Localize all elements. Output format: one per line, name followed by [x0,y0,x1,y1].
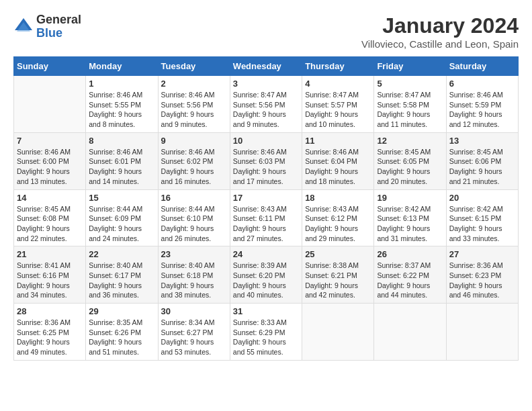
calendar-cell [14,76,86,133]
logo-icon [13,17,34,37]
calendar-week-row: 21Sunrise: 8:41 AMSunset: 6:16 PMDayligh… [14,246,519,304]
day-info: Sunrise: 8:40 AMSunset: 6:18 PMDaylight:… [161,261,227,300]
calendar-cell: 30Sunrise: 8:34 AMSunset: 6:27 PMDayligh… [158,304,230,361]
day-info: Sunrise: 8:45 AMSunset: 6:05 PMDaylight:… [377,147,443,187]
day-number: 19 [377,193,443,203]
calendar-cell: 24Sunrise: 8:39 AMSunset: 6:20 PMDayligh… [230,246,302,304]
day-number: 9 [161,136,227,146]
calendar-cell: 29Sunrise: 8:35 AMSunset: 6:26 PMDayligh… [86,304,158,361]
calendar-cell: 22Sunrise: 8:40 AMSunset: 6:17 PMDayligh… [86,246,158,304]
calendar-cell: 3Sunrise: 8:47 AMSunset: 5:56 PMDaylight… [230,76,302,133]
calendar-cell: 10Sunrise: 8:46 AMSunset: 6:03 PMDayligh… [230,132,302,189]
location-title: Villovieco, Castille and Leon, Spain [361,38,519,50]
calendar-cell: 25Sunrise: 8:38 AMSunset: 6:21 PMDayligh… [302,246,374,304]
logo-blue-text: Blue [36,27,81,40]
day-of-week-header: Sunday [14,57,86,76]
calendar-cell: 8Sunrise: 8:46 AMSunset: 6:01 PMDaylight… [86,132,158,189]
day-info: Sunrise: 8:33 AMSunset: 6:29 PMDaylight:… [233,318,299,357]
day-number: 18 [305,193,371,203]
calendar-cell [374,304,446,361]
day-info: Sunrise: 8:46 AMSunset: 5:56 PMDaylight:… [161,90,227,130]
calendar-cell: 5Sunrise: 8:47 AMSunset: 5:58 PMDaylight… [374,76,446,133]
day-number: 12 [377,136,443,146]
day-number: 16 [161,193,227,203]
calendar-cell [446,304,518,361]
day-of-week-header: Monday [86,57,158,76]
calendar-cell: 1Sunrise: 8:46 AMSunset: 5:55 PMDaylight… [86,76,158,133]
day-info: Sunrise: 8:42 AMSunset: 6:13 PMDaylight:… [377,204,443,244]
day-number: 22 [89,249,154,259]
calendar-cell [302,304,374,361]
day-of-week-header: Tuesday [158,57,230,76]
day-info: Sunrise: 8:36 AMSunset: 6:25 PMDaylight:… [17,318,83,357]
calendar-cell: 21Sunrise: 8:41 AMSunset: 6:16 PMDayligh… [14,246,86,304]
calendar-cell: 6Sunrise: 8:46 AMSunset: 5:59 PMDaylight… [446,76,518,133]
day-of-week-header: Friday [374,57,446,76]
calendar-cell: 20Sunrise: 8:42 AMSunset: 6:15 PMDayligh… [446,189,518,246]
logo-general-text: General [36,13,81,27]
calendar-body: 1Sunrise: 8:46 AMSunset: 5:55 PMDaylight… [14,76,519,361]
days-of-week-row: SundayMondayTuesdayWednesdayThursdayFrid… [14,57,519,76]
calendar-cell: 11Sunrise: 8:46 AMSunset: 6:04 PMDayligh… [302,132,374,189]
day-number: 3 [233,79,299,89]
month-title: January 2024 [361,13,519,38]
day-info: Sunrise: 8:42 AMSunset: 6:15 PMDaylight:… [449,204,515,244]
calendar-cell: 12Sunrise: 8:45 AMSunset: 6:05 PMDayligh… [374,132,446,189]
day-info: Sunrise: 8:44 AMSunset: 6:09 PMDaylight:… [89,204,154,244]
day-number: 10 [233,136,299,146]
calendar-week-row: 14Sunrise: 8:45 AMSunset: 6:08 PMDayligh… [14,189,519,246]
day-number: 17 [233,193,299,203]
calendar-cell: 16Sunrise: 8:44 AMSunset: 6:10 PMDayligh… [158,189,230,246]
calendar-cell: 23Sunrise: 8:40 AMSunset: 6:18 PMDayligh… [158,246,230,304]
day-number: 20 [449,193,515,203]
day-number: 6 [449,79,515,89]
calendar-cell: 15Sunrise: 8:44 AMSunset: 6:09 PMDayligh… [86,189,158,246]
day-info: Sunrise: 8:47 AMSunset: 5:56 PMDaylight:… [233,90,299,130]
day-info: Sunrise: 8:47 AMSunset: 5:58 PMDaylight:… [377,90,443,130]
day-info: Sunrise: 8:38 AMSunset: 6:21 PMDaylight:… [305,261,371,300]
day-number: 8 [89,136,154,146]
day-info: Sunrise: 8:43 AMSunset: 6:12 PMDaylight:… [305,204,371,244]
day-number: 24 [233,249,299,259]
day-number: 27 [449,249,515,259]
calendar-cell: 27Sunrise: 8:36 AMSunset: 6:23 PMDayligh… [446,246,518,304]
day-number: 11 [305,136,371,146]
day-info: Sunrise: 8:46 AMSunset: 6:04 PMDaylight:… [305,147,371,187]
calendar-cell: 14Sunrise: 8:45 AMSunset: 6:08 PMDayligh… [14,189,86,246]
day-of-week-header: Thursday [302,57,374,76]
calendar-cell: 7Sunrise: 8:46 AMSunset: 6:00 PMDaylight… [14,132,86,189]
calendar-week-row: 1Sunrise: 8:46 AMSunset: 5:55 PMDaylight… [14,76,519,133]
day-number: 4 [305,79,371,89]
title-block: January 2024 Villovieco, Castille and Le… [361,13,519,50]
calendar-cell: 19Sunrise: 8:42 AMSunset: 6:13 PMDayligh… [374,189,446,246]
page-header: General Blue January 2024 Villovieco, Ca… [13,13,519,50]
day-info: Sunrise: 8:46 AMSunset: 6:01 PMDaylight:… [89,147,154,187]
day-info: Sunrise: 8:46 AMSunset: 6:03 PMDaylight:… [233,147,299,187]
calendar-cell: 4Sunrise: 8:47 AMSunset: 5:57 PMDaylight… [302,76,374,133]
day-number: 2 [161,79,227,89]
day-info: Sunrise: 8:45 AMSunset: 6:08 PMDaylight:… [17,204,83,244]
day-number: 21 [17,249,83,259]
day-number: 28 [17,306,83,316]
day-info: Sunrise: 8:39 AMSunset: 6:20 PMDaylight:… [233,261,299,300]
calendar-week-row: 7Sunrise: 8:46 AMSunset: 6:00 PMDaylight… [14,132,519,189]
calendar-cell: 18Sunrise: 8:43 AMSunset: 6:12 PMDayligh… [302,189,374,246]
day-info: Sunrise: 8:34 AMSunset: 6:27 PMDaylight:… [161,318,227,357]
day-of-week-header: Wednesday [230,57,302,76]
day-number: 5 [377,79,443,89]
day-number: 14 [17,193,83,203]
day-number: 13 [449,136,515,146]
calendar-cell: 17Sunrise: 8:43 AMSunset: 6:11 PMDayligh… [230,189,302,246]
calendar-header: SundayMondayTuesdayWednesdayThursdayFrid… [14,57,519,76]
calendar-cell: 31Sunrise: 8:33 AMSunset: 6:29 PMDayligh… [230,304,302,361]
day-number: 25 [305,249,371,259]
calendar-cell: 9Sunrise: 8:46 AMSunset: 6:02 PMDaylight… [158,132,230,189]
calendar-cell: 13Sunrise: 8:45 AMSunset: 6:06 PMDayligh… [446,132,518,189]
calendar-table: SundayMondayTuesdayWednesdayThursdayFrid… [13,56,519,361]
day-info: Sunrise: 8:47 AMSunset: 5:57 PMDaylight:… [305,90,371,130]
day-info: Sunrise: 8:46 AMSunset: 5:59 PMDaylight:… [449,90,515,130]
logo-text: General Blue [36,13,81,40]
day-info: Sunrise: 8:45 AMSunset: 6:06 PMDaylight:… [449,147,515,187]
day-info: Sunrise: 8:46 AMSunset: 5:55 PMDaylight:… [89,90,154,130]
logo: General Blue [13,13,81,40]
